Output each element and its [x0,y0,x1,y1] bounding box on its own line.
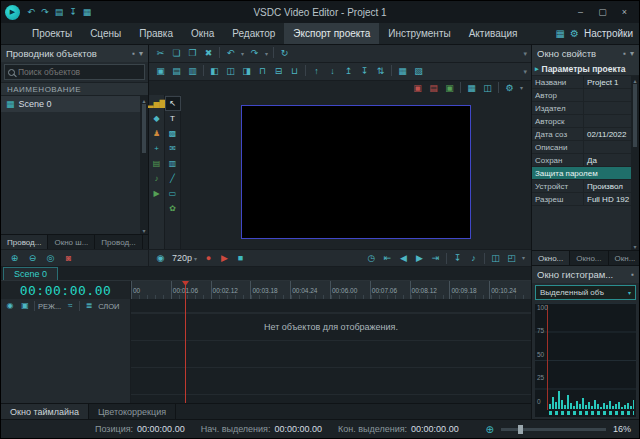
add-image-icon[interactable]: ▤ [169,65,184,78]
eye-icon[interactable]: ◉ [4,300,16,313]
play-scene-icon[interactable]: ▶ [150,187,164,200]
property-row[interactable]: Дата соз 02/11/2022 [532,128,631,141]
zoom-slider-handle[interactable] [518,425,523,434]
record-icon[interactable]: ● [201,252,216,265]
property-row[interactable]: Автор [532,89,631,102]
waveform-icon[interactable]: ≈ [64,300,76,313]
audio-wave-icon[interactable]: ♪ [466,252,481,265]
separator[interactable] [498,82,499,93]
separator[interactable] [391,65,392,76]
go-end-icon[interactable]: ⇥ [428,252,443,265]
chart-tool-icon[interactable]: ▥ [166,157,180,170]
redo-caret-icon[interactable]: ▾ [263,47,270,60]
toolbar-overflow-icon[interactable]: ▾ [523,50,527,58]
menu-item[interactable]: Инструменты [379,23,459,44]
mask-icon[interactable]: ▣ [410,82,425,95]
zoom-reset-icon[interactable]: ◎ [43,252,58,265]
pin-icon[interactable]: ▪ [132,49,135,58]
menu-item[interactable]: Сцены [81,23,130,44]
explorer-tab[interactable]: Окно ш... [48,235,95,249]
minimize-button[interactable]: – [570,4,591,20]
bottom-tab[interactable]: Цветокоррекция [89,404,176,419]
next-frame-icon[interactable]: ▶ [412,252,427,265]
properties-scrollbar[interactable]: ▴ ▾ [631,76,639,250]
toolbar-overflow-icon[interactable]: ▾ [523,68,527,76]
prev-frame-icon[interactable]: ◀ [396,252,411,265]
view-settings-gear-icon[interactable]: ⚙ [502,82,517,95]
preview-quality-dropdown[interactable]: 720p ▾ [169,253,200,263]
bring-front-icon[interactable]: ↥ [341,65,356,78]
align-top-icon[interactable]: ⊓ [255,65,270,78]
zoom-slider[interactable] [501,428,606,431]
shape-tool-icon[interactable]: ✿ [166,202,180,215]
view-settings-caret-icon[interactable]: ▾ [518,82,525,95]
align-bottom-icon[interactable]: ⊔ [287,65,302,78]
add-slide-icon[interactable]: ▥ [185,65,200,78]
add-audio-icon[interactable]: ♪ [150,172,164,185]
zoom-out-icon[interactable]: ⊖ [25,252,40,265]
movement-icon[interactable]: + [150,142,164,155]
scroll-up-icon[interactable]: ▴ [142,96,145,104]
settings-button[interactable]: Настройки [584,28,633,39]
separator[interactable] [460,82,461,93]
undo-icon[interactable]: ↶ [223,47,238,60]
timeline-ruler[interactable]: 0000:01.0600:02.1200:03.1800:04.2400:06.… [131,281,531,299]
video-preview-canvas[interactable] [241,105,471,239]
clock-icon[interactable]: ◷ [364,252,379,265]
lock-icon[interactable]: ▣ [19,300,31,313]
add-video-icon[interactable]: ▤ [150,157,164,170]
line-tool-icon[interactable]: ╱ [166,172,180,185]
properties-tab[interactable]: Окно... [570,251,608,265]
name-column-header[interactable]: НАИМЕНОВАНИЕ [1,82,148,96]
project-parameters-group[interactable]: ▸ Параметры проекта [532,62,639,76]
expand-preview-icon[interactable]: ◰ [504,252,519,265]
separator[interactable] [273,47,274,58]
ungroup-icon[interactable]: ▧ [411,65,426,78]
add-motion-icon[interactable]: ♟ [150,127,164,140]
scroll-down-icon[interactable]: ▾ [142,226,145,234]
group-icon[interactable]: ▦ [395,65,410,78]
stop-icon[interactable]: ■ [233,252,248,265]
search-input[interactable] [18,67,141,77]
maximize-button[interactable]: ▢ [592,4,613,20]
menu-item[interactable]: Активация [460,23,527,44]
menu-item[interactable]: Проекты [23,23,81,44]
layers-icon[interactable]: ≣ [83,300,95,313]
align-right-icon[interactable]: ◨ [239,65,254,78]
zoom-in-icon[interactable]: ⊕ [486,424,494,435]
paste-icon[interactable]: ❐ [185,47,200,60]
playback-overflow-icon[interactable]: ▾ [520,252,527,265]
pin-icon[interactable]: ▪ [623,49,626,58]
align-left-icon[interactable]: ◧ [207,65,222,78]
property-value[interactable]: 02/11/2022 [584,130,631,139]
record-desktop-icon[interactable]: ◙ [61,252,76,265]
safe-zones-icon[interactable]: ◫ [480,82,495,95]
menu-item[interactable]: Экспорт проекта [284,23,379,44]
mode-column-label[interactable]: РЕЖ... [38,302,61,311]
export-quick-icon[interactable]: ↧ [66,4,80,20]
capture-frame-icon[interactable]: ↧ [450,252,465,265]
sprite-tool-icon[interactable]: ▩ [166,127,180,140]
play-icon[interactable]: ▶ [217,252,232,265]
property-value[interactable]: Full HD 192 [584,195,631,204]
playhead-line[interactable] [185,281,186,403]
scroll-thumb[interactable] [633,84,637,147]
move-down-icon[interactable]: ↓ [325,65,340,78]
menu-item[interactable]: Правка [130,23,182,44]
explorer-tab[interactable]: Провод... [95,235,142,249]
cursor-icon[interactable]: ↖ [166,97,180,110]
tracks-area[interactable]: Нет объектов для отображения. [131,313,531,403]
collapse-icon[interactable]: ▾ [630,49,634,58]
close-button[interactable]: × [614,4,635,20]
separator[interactable] [484,253,485,264]
grid-view-icon[interactable]: ▦ [464,82,479,95]
separator[interactable] [305,65,306,76]
scene-tab[interactable]: Scene 0 [3,267,58,280]
separator[interactable] [446,253,447,264]
undo-quick-icon[interactable]: ↶ [24,4,38,20]
cut-icon[interactable]: ✂ [153,47,168,60]
scroll-up-icon[interactable]: ▴ [633,76,636,84]
dock-preview-icon[interactable]: ◫ [488,252,503,265]
copy-icon[interactable]: ❏ [169,47,184,60]
save-quick-icon[interactable]: ▤ [52,4,66,20]
